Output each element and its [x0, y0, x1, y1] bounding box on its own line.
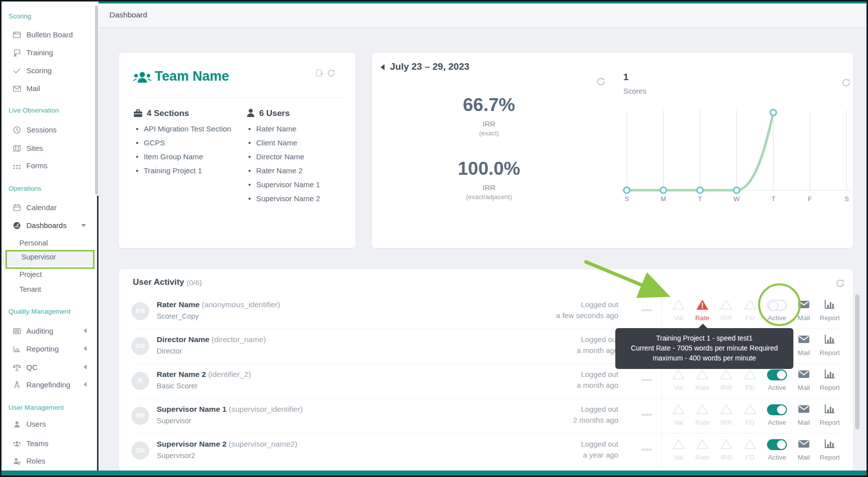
mail-icon [798, 334, 810, 344]
tooltip-line: maximum - 400 words per minute [622, 354, 786, 363]
mail-button[interactable]: Mail [793, 297, 815, 325]
user-name: Supervisor Name 2 [157, 440, 226, 448]
main-content: Dashboard Team Name 4 Sections API Migra… [98, 3, 867, 471]
report-button[interactable]: Report [817, 437, 843, 465]
clock-icon [12, 125, 21, 134]
irr-exact-block: 66.7% IRR (exact) [414, 95, 564, 137]
sidebar-item-forms[interactable]: Forms [1, 160, 95, 172]
val-indicator[interactable]: Val [668, 297, 689, 325]
sidebar-subitem-supervisor[interactable]: Supervisor [1, 251, 95, 266]
active-toggle[interactable]: Active [763, 297, 791, 325]
mail-button[interactable]: Mail [793, 437, 815, 465]
user-name: Supervisor Name 1 [157, 405, 226, 413]
avatar: DN [131, 337, 149, 355]
grid-dots-icon [12, 161, 21, 170]
users-group-icon [12, 439, 21, 448]
export-icon[interactable] [315, 69, 324, 78]
scales-icon [12, 363, 21, 372]
mail-button[interactable]: Mail [793, 367, 815, 395]
status-text: Logged out2 months ago [489, 404, 618, 426]
report-button[interactable]: Report [817, 402, 843, 430]
report-button[interactable]: Report [817, 367, 843, 395]
chevron-left-icon [84, 346, 87, 351]
sidebar-item-roles[interactable]: Roles [1, 456, 95, 468]
toggle-switch[interactable] [767, 404, 787, 415]
toggle-switch[interactable] [767, 369, 787, 380]
irr-indicator[interactable]: IRR [715, 367, 737, 395]
rate-indicator[interactable]: Rate [691, 437, 713, 465]
irr-indicator[interactable]: IRR [715, 437, 737, 465]
sidebar-item-users[interactable]: Users [1, 419, 95, 431]
val-indicator[interactable]: Val [668, 367, 689, 395]
list-item: Client Name [247, 137, 352, 148]
sidebar-item-auditing[interactable]: Auditing [1, 326, 95, 338]
mail-icon [798, 404, 810, 414]
irr-indicator[interactable]: IRR [715, 402, 737, 430]
sidebar-scrollbar[interactable] [95, 5, 98, 195]
gauge-icon [12, 221, 21, 230]
active-toggle[interactable]: Active [763, 402, 791, 430]
sidebar-item-dashboards[interactable]: Dashboards [1, 220, 95, 232]
dash-placeholder [641, 449, 652, 451]
triangle-icon [744, 404, 757, 415]
toggle-switch[interactable] [767, 439, 787, 450]
sidebar-section-quality-management: Quality Management [8, 308, 71, 315]
user-identifier: (director_name) [211, 335, 266, 344]
sidebar-item-training[interactable]: Training [1, 47, 95, 59]
sidebar-item-mail[interactable]: Mail [1, 83, 95, 95]
sidebar-item-scoring[interactable]: Scoring [1, 65, 95, 77]
page-scrollbar[interactable] [855, 294, 860, 430]
user-identifier: (supervisor_identifier) [229, 405, 303, 413]
sidebar-item-calendar[interactable]: Calendar [1, 202, 95, 214]
mail-button[interactable]: Mail [793, 332, 815, 360]
sidebar-item-rangefinding[interactable]: Rangefinding [1, 379, 95, 391]
refresh-icon[interactable] [841, 78, 851, 88]
previous-week-icon[interactable] [381, 64, 385, 70]
fd-indicator[interactable]: FD [739, 437, 761, 465]
tooltip-line: Current Rate - 7005 words per minute Req… [622, 344, 786, 354]
fd-indicator[interactable]: FD [739, 402, 761, 430]
mail-icon [798, 439, 810, 449]
calendar-icon [12, 203, 21, 212]
sidebar-item-sites[interactable]: Sites [1, 143, 95, 155]
sidebar-item-sessions[interactable]: Sessions [1, 124, 95, 136]
user-role: Supervisor [157, 417, 191, 425]
table-row: SN Supervisor Name 2 (supervisor_name2) … [119, 434, 853, 469]
rate-tooltip: Training Project 1 - speed test1 Current… [615, 328, 793, 369]
irr-indicator[interactable]: IRR [715, 297, 737, 325]
refresh-icon[interactable] [835, 278, 845, 288]
val-indicator[interactable]: Val [668, 437, 689, 465]
user-role: Supervisor2 [157, 452, 195, 460]
sidebar-subitem-tenant[interactable]: Tenant [1, 283, 95, 298]
compass-icon [12, 380, 21, 389]
irr-adjacent-block: 100.0% IRR (exact/adjacent) [414, 159, 564, 201]
val-indicator[interactable]: Val [668, 402, 689, 430]
status-text: Logged outa year ago [489, 439, 618, 461]
fd-indicator[interactable]: FD [739, 297, 761, 325]
rate-indicator[interactable]: Rate [691, 297, 713, 325]
active-toggle[interactable]: Active [763, 367, 791, 395]
mail-icon [12, 84, 21, 93]
triangle-icon [720, 404, 733, 415]
report-button[interactable]: Report [817, 332, 843, 360]
refresh-icon[interactable] [327, 69, 336, 78]
sidebar-item-bulletin-board[interactable]: Bulletin Board [1, 29, 95, 41]
mail-button[interactable]: Mail [793, 402, 815, 430]
triangle-icon [720, 299, 733, 310]
triangle-icon [696, 439, 709, 450]
fd-indicator[interactable]: FD [739, 367, 761, 395]
sidebar-subitem-project[interactable]: Project [1, 268, 95, 283]
sidebar-item-reporting[interactable]: Reporting [1, 344, 95, 356]
toggle-switch[interactable] [767, 300, 787, 311]
active-toggle[interactable]: Active [763, 437, 791, 465]
sidebar-item-qc[interactable]: QC [1, 362, 95, 374]
rate-indicator[interactable]: Rate [691, 367, 713, 395]
sidebar-subitem-personal[interactable]: Personal [1, 237, 95, 252]
rate-indicator[interactable]: Rate [691, 402, 713, 430]
triangle-icon [720, 369, 733, 380]
top-accent-line [98, 1, 867, 3]
sidebar-item-teams[interactable]: Teams [1, 438, 95, 450]
user-shield-icon [12, 457, 21, 466]
refresh-icon[interactable] [596, 77, 606, 87]
report-button[interactable]: Report [817, 297, 843, 325]
